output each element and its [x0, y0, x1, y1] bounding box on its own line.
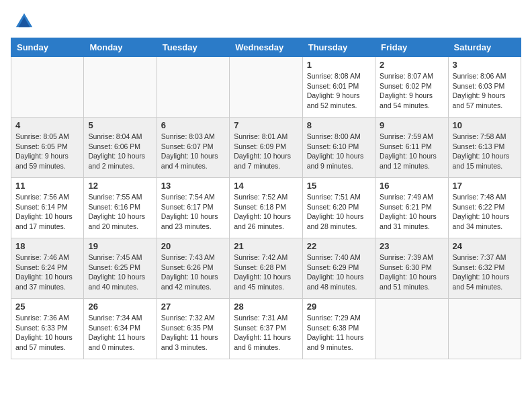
day-info: Sunrise: 8:04 AMSunset: 6:06 PMDaylight:…	[88, 132, 152, 171]
day-number: 14	[234, 181, 298, 191]
calendar-day-cell: 14Sunrise: 7:52 AMSunset: 6:18 PMDayligh…	[230, 178, 302, 238]
calendar-day-cell	[157, 57, 229, 118]
calendar-week-row: 1Sunrise: 8:08 AMSunset: 6:01 PMDaylight…	[11, 57, 521, 118]
calendar-day-cell: 29Sunrise: 7:29 AMSunset: 6:38 PMDayligh…	[302, 299, 375, 359]
day-info: Sunrise: 8:06 AMSunset: 6:03 PMDaylight:…	[453, 71, 517, 111]
calendar-day-cell	[448, 299, 521, 359]
day-number: 17	[453, 181, 517, 191]
calendar-week-row: 18Sunrise: 7:46 AMSunset: 6:24 PMDayligh…	[11, 238, 521, 299]
day-info: Sunrise: 7:39 AMSunset: 6:30 PMDaylight:…	[380, 253, 443, 292]
weekday-header-monday: Monday	[84, 38, 157, 57]
calendar-week-row: 11Sunrise: 7:56 AMSunset: 6:14 PMDayligh…	[11, 178, 521, 238]
logo	[11, 11, 34, 30]
calendar-day-cell	[230, 57, 302, 118]
day-number: 26	[88, 302, 152, 312]
calendar-day-cell: 13Sunrise: 7:54 AMSunset: 6:17 PMDayligh…	[157, 178, 229, 238]
calendar-day-cell: 24Sunrise: 7:37 AMSunset: 6:32 PMDayligh…	[448, 238, 521, 299]
calendar-table: SundayMondayTuesdayWednesdayThursdayFrid…	[11, 38, 521, 359]
calendar-day-cell: 12Sunrise: 7:55 AMSunset: 6:16 PMDayligh…	[84, 178, 157, 238]
calendar-day-cell: 4Sunrise: 8:05 AMSunset: 6:05 PMDaylight…	[11, 118, 84, 178]
day-info: Sunrise: 7:59 AMSunset: 6:11 PMDaylight:…	[380, 132, 443, 171]
day-number: 13	[161, 181, 225, 191]
day-info: Sunrise: 7:43 AMSunset: 6:26 PMDaylight:…	[161, 253, 225, 292]
day-number: 1	[307, 60, 371, 70]
day-number: 9	[380, 120, 443, 130]
day-number: 12	[88, 181, 152, 191]
calendar-day-cell: 23Sunrise: 7:39 AMSunset: 6:30 PMDayligh…	[375, 238, 448, 299]
day-number: 15	[307, 181, 371, 191]
calendar-day-cell: 15Sunrise: 7:51 AMSunset: 6:20 PMDayligh…	[302, 178, 375, 238]
day-info: Sunrise: 7:36 AMSunset: 6:33 PMDaylight:…	[15, 313, 79, 353]
calendar-day-cell: 18Sunrise: 7:46 AMSunset: 6:24 PMDayligh…	[11, 238, 84, 299]
day-info: Sunrise: 7:54 AMSunset: 6:17 PMDaylight:…	[161, 192, 225, 232]
calendar-day-cell: 17Sunrise: 7:48 AMSunset: 6:22 PMDayligh…	[448, 178, 521, 238]
day-number: 4	[15, 120, 79, 130]
day-info: Sunrise: 8:01 AMSunset: 6:09 PMDaylight:…	[234, 132, 298, 171]
day-info: Sunrise: 8:00 AMSunset: 6:10 PMDaylight:…	[307, 132, 371, 171]
weekday-header-tuesday: Tuesday	[157, 38, 229, 57]
day-info: Sunrise: 7:51 AMSunset: 6:20 PMDaylight:…	[307, 192, 371, 232]
day-number: 29	[307, 302, 371, 312]
day-info: Sunrise: 7:48 AMSunset: 6:22 PMDaylight:…	[453, 192, 517, 232]
day-number: 16	[380, 181, 443, 191]
day-info: Sunrise: 7:29 AMSunset: 6:38 PMDaylight:…	[307, 313, 371, 353]
day-number: 25	[15, 302, 79, 312]
day-number: 20	[161, 241, 225, 251]
day-info: Sunrise: 7:49 AMSunset: 6:21 PMDaylight:…	[380, 192, 443, 232]
calendar-day-cell: 28Sunrise: 7:31 AMSunset: 6:37 PMDayligh…	[230, 299, 302, 359]
day-number: 28	[234, 302, 298, 312]
page-header	[11, 11, 521, 30]
calendar-day-cell: 26Sunrise: 7:34 AMSunset: 6:34 PMDayligh…	[84, 299, 157, 359]
calendar-day-cell: 9Sunrise: 7:59 AMSunset: 6:11 PMDaylight…	[375, 118, 448, 178]
day-info: Sunrise: 8:03 AMSunset: 6:07 PMDaylight:…	[161, 132, 225, 171]
day-info: Sunrise: 7:58 AMSunset: 6:13 PMDaylight:…	[453, 132, 517, 171]
day-info: Sunrise: 7:45 AMSunset: 6:25 PMDaylight:…	[88, 253, 152, 292]
calendar-day-cell: 19Sunrise: 7:45 AMSunset: 6:25 PMDayligh…	[84, 238, 157, 299]
calendar-week-row: 4Sunrise: 8:05 AMSunset: 6:05 PMDaylight…	[11, 118, 521, 178]
calendar-day-cell: 11Sunrise: 7:56 AMSunset: 6:14 PMDayligh…	[11, 178, 84, 238]
day-info: Sunrise: 7:34 AMSunset: 6:34 PMDaylight:…	[88, 313, 152, 353]
calendar-day-cell	[11, 57, 84, 118]
day-number: 6	[161, 120, 225, 130]
day-info: Sunrise: 7:55 AMSunset: 6:16 PMDaylight:…	[88, 192, 152, 232]
day-number: 2	[380, 60, 443, 70]
day-info: Sunrise: 7:52 AMSunset: 6:18 PMDaylight:…	[234, 192, 298, 232]
calendar-day-cell: 27Sunrise: 7:32 AMSunset: 6:35 PMDayligh…	[157, 299, 229, 359]
day-info: Sunrise: 8:07 AMSunset: 6:02 PMDaylight:…	[380, 71, 443, 111]
logo-icon	[15, 11, 34, 30]
day-info: Sunrise: 7:56 AMSunset: 6:14 PMDaylight:…	[15, 192, 79, 232]
weekday-header-wednesday: Wednesday	[230, 38, 302, 57]
calendar-day-cell: 16Sunrise: 7:49 AMSunset: 6:21 PMDayligh…	[375, 178, 448, 238]
day-number: 27	[161, 302, 225, 312]
day-info: Sunrise: 8:08 AMSunset: 6:01 PMDaylight:…	[307, 71, 371, 111]
day-info: Sunrise: 8:05 AMSunset: 6:05 PMDaylight:…	[15, 132, 79, 171]
day-info: Sunrise: 7:31 AMSunset: 6:37 PMDaylight:…	[234, 313, 298, 353]
calendar-day-cell: 22Sunrise: 7:40 AMSunset: 6:29 PMDayligh…	[302, 238, 375, 299]
day-info: Sunrise: 7:42 AMSunset: 6:28 PMDaylight:…	[234, 253, 298, 292]
day-info: Sunrise: 7:32 AMSunset: 6:35 PMDaylight:…	[161, 313, 225, 353]
calendar-day-cell: 7Sunrise: 8:01 AMSunset: 6:09 PMDaylight…	[230, 118, 302, 178]
weekday-header-friday: Friday	[375, 38, 448, 57]
day-info: Sunrise: 7:40 AMSunset: 6:29 PMDaylight:…	[307, 253, 371, 292]
calendar-day-cell: 6Sunrise: 8:03 AMSunset: 6:07 PMDaylight…	[157, 118, 229, 178]
day-number: 24	[453, 241, 517, 251]
calendar-day-cell: 8Sunrise: 8:00 AMSunset: 6:10 PMDaylight…	[302, 118, 375, 178]
calendar-week-row: 25Sunrise: 7:36 AMSunset: 6:33 PMDayligh…	[11, 299, 521, 359]
day-number: 5	[88, 120, 152, 130]
day-number: 22	[307, 241, 371, 251]
day-number: 10	[453, 120, 517, 130]
day-number: 8	[307, 120, 371, 130]
calendar-day-cell	[375, 299, 448, 359]
calendar-day-cell: 2Sunrise: 8:07 AMSunset: 6:02 PMDaylight…	[375, 57, 448, 118]
weekday-header-sunday: Sunday	[11, 38, 84, 57]
day-number: 18	[15, 241, 79, 251]
weekday-header-saturday: Saturday	[448, 38, 521, 57]
day-number: 11	[15, 181, 79, 191]
calendar-day-cell: 10Sunrise: 7:58 AMSunset: 6:13 PMDayligh…	[448, 118, 521, 178]
calendar-day-cell: 3Sunrise: 8:06 AMSunset: 6:03 PMDaylight…	[448, 57, 521, 118]
calendar-day-cell: 21Sunrise: 7:42 AMSunset: 6:28 PMDayligh…	[230, 238, 302, 299]
day-number: 3	[453, 60, 517, 70]
day-number: 21	[234, 241, 298, 251]
calendar-day-cell: 25Sunrise: 7:36 AMSunset: 6:33 PMDayligh…	[11, 299, 84, 359]
day-info: Sunrise: 7:46 AMSunset: 6:24 PMDaylight:…	[15, 253, 79, 292]
